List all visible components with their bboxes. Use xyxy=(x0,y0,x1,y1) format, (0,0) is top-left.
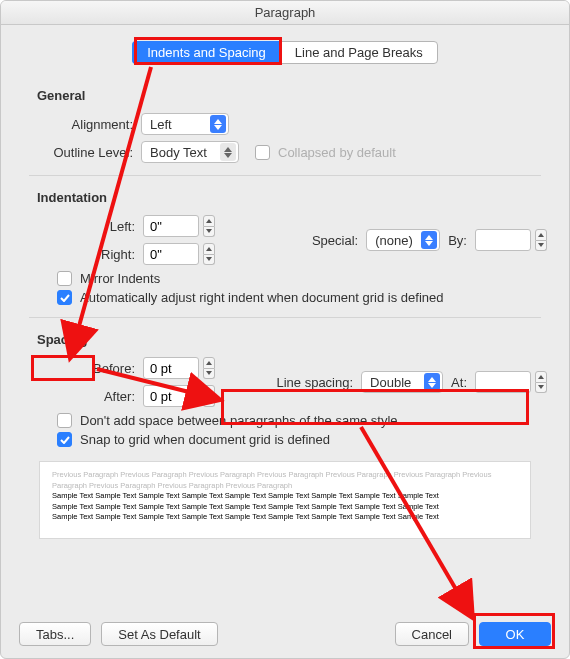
updown-icon xyxy=(424,373,440,391)
set-default-button[interactable]: Set As Default xyxy=(101,622,217,646)
preview-sample-text: Sample Text Sample Text Sample Text Samp… xyxy=(52,502,518,513)
alignment-label: Alignment: xyxy=(23,117,141,132)
alignment-value: Left xyxy=(150,117,210,132)
svg-marker-16 xyxy=(428,377,436,382)
svg-marker-13 xyxy=(206,371,212,375)
svg-marker-11 xyxy=(538,243,544,247)
indent-right-label: Right: xyxy=(23,247,143,262)
svg-marker-14 xyxy=(206,389,212,393)
ok-button[interactable]: OK xyxy=(479,622,551,646)
indent-right-input[interactable] xyxy=(143,243,199,265)
section-indentation: Indentation xyxy=(37,190,547,205)
auto-adjust-label: Automatically adjust right indent when d… xyxy=(80,290,444,305)
collapsed-label: Collapsed by default xyxy=(278,145,396,160)
stepper[interactable] xyxy=(535,371,547,393)
by-input[interactable] xyxy=(475,229,531,251)
window-title: Paragraph xyxy=(1,1,569,25)
indent-left-label: Left: xyxy=(23,219,143,234)
cancel-button[interactable]: Cancel xyxy=(395,622,469,646)
mirror-indents-checkbox[interactable] xyxy=(57,271,72,286)
svg-marker-3 xyxy=(224,153,232,158)
tab-line-page-breaks[interactable]: Line and Page Breaks xyxy=(280,41,438,64)
outline-level-label: Outline Level: xyxy=(23,145,141,160)
svg-marker-7 xyxy=(206,257,212,261)
svg-marker-4 xyxy=(206,219,212,223)
alignment-select[interactable]: Left xyxy=(141,113,229,135)
svg-marker-0 xyxy=(214,119,222,124)
outline-level-value: Body Text xyxy=(150,145,220,160)
stepper[interactable] xyxy=(535,229,547,251)
at-input[interactable] xyxy=(475,371,531,393)
svg-marker-8 xyxy=(425,235,433,240)
special-label: Special: xyxy=(312,233,358,248)
preview-sample-text: Sample Text Sample Text Sample Text Samp… xyxy=(52,491,518,502)
svg-marker-19 xyxy=(538,385,544,389)
stepper[interactable] xyxy=(203,357,215,379)
line-spacing-label: Line spacing: xyxy=(276,375,353,390)
svg-marker-6 xyxy=(206,247,212,251)
outline-level-select[interactable]: Body Text xyxy=(141,141,239,163)
auto-adjust-checkbox[interactable] xyxy=(57,290,72,305)
svg-marker-12 xyxy=(206,361,212,365)
snap-to-grid-label: Snap to grid when document grid is defin… xyxy=(80,432,330,447)
svg-marker-18 xyxy=(538,375,544,379)
snap-to-grid-checkbox[interactable] xyxy=(57,432,72,447)
svg-marker-5 xyxy=(206,229,212,233)
divider xyxy=(29,175,541,176)
updown-icon xyxy=(210,115,226,133)
at-label: At: xyxy=(451,375,467,390)
indent-left-input[interactable] xyxy=(143,215,199,237)
svg-marker-10 xyxy=(538,233,544,237)
dont-add-space-checkbox[interactable] xyxy=(57,413,72,428)
svg-marker-15 xyxy=(206,399,212,403)
dont-add-space-label: Don't add space between paragraphs of th… xyxy=(80,413,398,428)
preview-previous-text: Previous Paragraph Previous Paragraph Pr… xyxy=(52,470,518,491)
svg-marker-17 xyxy=(428,383,436,388)
stepper[interactable] xyxy=(203,385,215,407)
stepper[interactable] xyxy=(203,215,215,237)
updown-icon xyxy=(220,143,236,161)
line-spacing-value: Double xyxy=(370,375,424,390)
collapsed-checkbox xyxy=(255,145,270,160)
svg-marker-9 xyxy=(425,241,433,246)
tab-indents-spacing[interactable]: Indents and Spacing xyxy=(132,41,280,64)
before-input[interactable] xyxy=(143,357,199,379)
svg-marker-2 xyxy=(224,147,232,152)
tabs-button[interactable]: Tabs... xyxy=(19,622,91,646)
before-label: Before: xyxy=(23,361,143,376)
after-input[interactable] xyxy=(143,385,199,407)
preview-pane: Previous Paragraph Previous Paragraph Pr… xyxy=(39,461,531,539)
by-label: By: xyxy=(448,233,467,248)
preview-sample-text: Sample Text Sample Text Sample Text Samp… xyxy=(52,512,518,523)
special-value: (none) xyxy=(375,233,421,248)
section-general: General xyxy=(37,88,547,103)
line-spacing-select[interactable]: Double xyxy=(361,371,443,393)
mirror-indents-label: Mirror Indents xyxy=(80,271,160,286)
divider xyxy=(29,317,541,318)
stepper[interactable] xyxy=(203,243,215,265)
section-spacing: Spacing xyxy=(37,332,547,347)
svg-marker-1 xyxy=(214,125,222,130)
updown-icon xyxy=(421,231,437,249)
special-select[interactable]: (none) xyxy=(366,229,440,251)
after-label: After: xyxy=(23,389,143,404)
